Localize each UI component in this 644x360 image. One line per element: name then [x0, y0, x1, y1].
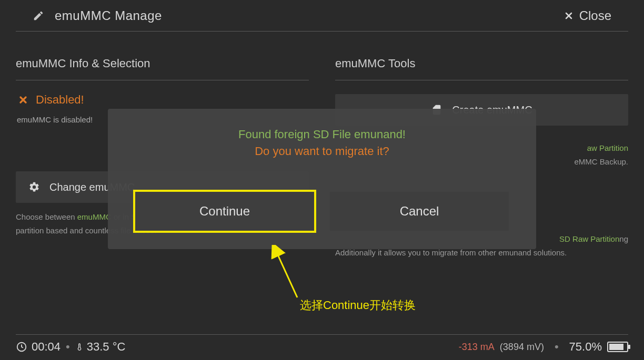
- close-label: Close: [579, 8, 611, 23]
- current-value: -313 mA: [459, 342, 495, 353]
- continue-button[interactable]: Continue: [135, 192, 314, 231]
- edit-icon: [33, 10, 44, 22]
- clock-icon: [16, 341, 27, 353]
- close-icon: [564, 11, 574, 21]
- cancel-button[interactable]: Cancel: [330, 192, 509, 231]
- thermometer-icon: [75, 341, 84, 353]
- header-bar: emuMMC Manage Close: [16, 0, 628, 32]
- page-title: emuMMC Manage: [55, 8, 162, 23]
- annotation-text: 选择Continue开始转换: [300, 297, 416, 313]
- close-button[interactable]: Close: [564, 8, 611, 23]
- continue-label: Continue: [199, 204, 250, 219]
- time-value: 00:04: [32, 340, 61, 354]
- dialog-message-line1: Found foreign SD File emunand!: [238, 128, 406, 141]
- migrate-dialog: Found foreign SD File emunand! Do you wa…: [108, 109, 536, 249]
- disabled-icon: [18, 95, 28, 105]
- cancel-label: Cancel: [400, 204, 439, 219]
- left-section-title: emuMMC Info & Selection: [16, 53, 309, 80]
- battery-icon: [607, 342, 628, 352]
- dialog-message-line2: Do you want to migrate it?: [255, 145, 389, 158]
- status-text: Disabled!: [36, 93, 84, 107]
- gear-icon: [28, 181, 40, 193]
- battery-percent: 75.0%: [569, 340, 602, 354]
- right-section-title: emuMMC Tools: [335, 53, 628, 80]
- voltage-value: (3894 mV): [500, 342, 544, 353]
- status-bar: 00:04 • 33.5 °C -313 mA (3894 mV) • 75.0…: [16, 334, 628, 354]
- temp-value: 33.5 °C: [87, 340, 126, 354]
